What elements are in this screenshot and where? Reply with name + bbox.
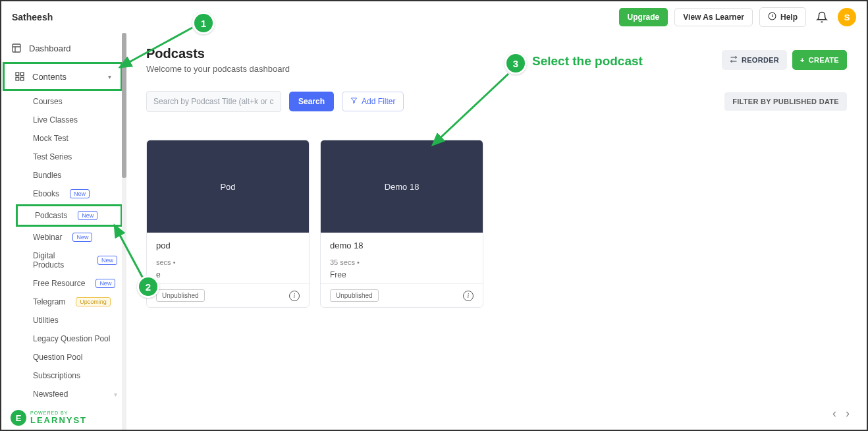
info-icon[interactable]: i xyxy=(463,291,474,301)
main-content: REORDER + CREATE FILTER BY PUBLISHED DAT… xyxy=(126,33,867,430)
header: Satheesh Upgrade View As Learner Help S xyxy=(1,1,867,33)
sidebar-item-courses[interactable]: Courses xyxy=(1,92,126,111)
card-thumbnail: Pod xyxy=(147,140,309,233)
new-badge: New xyxy=(97,256,117,265)
next-page-button[interactable]: › xyxy=(846,407,850,420)
annotation-label-3: Select the podcast xyxy=(532,54,643,69)
learnyst-label: LEARNYST xyxy=(30,415,87,425)
annotation-badge-2: 2 xyxy=(137,275,159,298)
nav-contents-label: Contents xyxy=(32,72,67,82)
new-badge: New xyxy=(78,211,97,220)
chevron-down-icon: ▾ xyxy=(114,391,117,398)
sidebar-item-webinar[interactable]: WebinarNew xyxy=(1,228,126,246)
annotation-badge-3: 3 xyxy=(504,52,527,74)
sidebar-item-telegram[interactable]: TelegramUpcoming xyxy=(1,293,126,311)
upgrade-button[interactable]: Upgrade xyxy=(619,8,668,26)
create-button[interactable]: + CREATE xyxy=(792,50,847,70)
svg-rect-5 xyxy=(20,77,24,80)
prev-page-button[interactable]: ‹ xyxy=(832,407,836,420)
sidebar: Dashboard Contents ▾ Courses Live Classe… xyxy=(1,33,126,430)
new-badge: New xyxy=(70,189,90,198)
sidebar-item-digital-products[interactable]: Digital ProductsNew xyxy=(1,246,126,274)
podcast-card[interactable]: Pod pod secs • e Unpublished i xyxy=(146,140,310,308)
brand-name: Satheesh xyxy=(12,12,53,22)
new-badge: New xyxy=(72,233,92,242)
card-duration: secs • xyxy=(156,258,300,266)
sidebar-item-newsfeed[interactable]: Newsfeed▾ xyxy=(1,385,126,403)
filter-by-date-button[interactable]: FILTER BY PUBLISHED DATE xyxy=(724,92,847,111)
help-button-label: Help xyxy=(780,13,798,22)
scrollbar-thumb[interactable] xyxy=(122,33,126,178)
sidebar-item-utilities[interactable]: Utilities xyxy=(1,311,126,330)
reorder-button[interactable]: REORDER xyxy=(722,50,787,70)
sidebar-item-test-series[interactable]: Test Series xyxy=(1,148,126,166)
filter-icon xyxy=(350,97,358,106)
sidebar-item-legacy-qpool[interactable]: Legacy Question Pool xyxy=(1,330,126,348)
footer-brand: E POWERED BY LEARNYST xyxy=(11,410,87,426)
upcoming-badge: Upcoming xyxy=(76,297,111,306)
nav-dashboard-label: Dashboard xyxy=(29,43,71,53)
bell-icon[interactable] xyxy=(813,8,831,26)
svg-rect-3 xyxy=(20,72,24,76)
nav-contents[interactable]: Contents ▾ xyxy=(3,62,122,91)
add-filter-button[interactable]: Add Filter xyxy=(342,92,404,111)
plus-icon: + xyxy=(800,56,805,64)
sidebar-item-subscriptions[interactable]: Subscriptions xyxy=(1,366,126,385)
status-badge: Unpublished xyxy=(156,289,205,302)
sidebar-item-free-resource[interactable]: Free ResourceNew xyxy=(1,274,126,293)
pager: ‹ › xyxy=(832,407,850,420)
nav-dashboard[interactable]: Dashboard xyxy=(1,36,126,61)
card-title: pod xyxy=(156,241,300,250)
card-title: demo 18 xyxy=(330,241,474,250)
card-duration: 35 secs • xyxy=(330,258,474,266)
clock-icon xyxy=(768,12,776,22)
info-icon[interactable]: i xyxy=(289,291,300,301)
sidebar-item-ebooks[interactable]: EbooksNew xyxy=(1,185,126,203)
sidebar-item-podcasts[interactable]: PodcastsNew xyxy=(16,204,122,227)
new-badge: New xyxy=(95,279,115,288)
svg-rect-1 xyxy=(13,44,20,52)
card-price: Free xyxy=(330,270,474,279)
reorder-icon xyxy=(730,55,738,65)
avatar[interactable]: S xyxy=(838,8,856,26)
sidebar-item-live-classes[interactable]: Live Classes xyxy=(1,111,126,129)
grid-icon xyxy=(14,71,26,82)
svg-rect-2 xyxy=(16,72,19,76)
sidebar-item-question-pool[interactable]: Question Pool xyxy=(1,348,126,366)
search-button[interactable]: Search xyxy=(289,92,334,111)
sidebar-item-mock-test[interactable]: Mock Test xyxy=(1,129,126,148)
svg-rect-4 xyxy=(16,77,19,80)
chevron-down-icon: ▾ xyxy=(108,73,111,80)
search-input[interactable] xyxy=(146,91,281,112)
sidebar-item-bundles[interactable]: Bundles xyxy=(1,166,126,185)
help-button[interactable]: Help xyxy=(759,7,806,27)
card-thumbnail: Demo 18 xyxy=(321,140,483,233)
powered-by-label: POWERED BY xyxy=(30,411,87,415)
annotation-badge-1: 1 xyxy=(192,12,215,34)
status-badge: Unpublished xyxy=(330,289,379,302)
podcast-card[interactable]: Demo 18 demo 18 35 secs • Free Unpublish… xyxy=(320,140,483,308)
view-as-learner-button[interactable]: View As Learner xyxy=(674,8,753,26)
card-price: e xyxy=(156,270,300,279)
learnyst-logo-icon: E xyxy=(11,410,26,426)
dashboard-icon xyxy=(11,42,22,54)
